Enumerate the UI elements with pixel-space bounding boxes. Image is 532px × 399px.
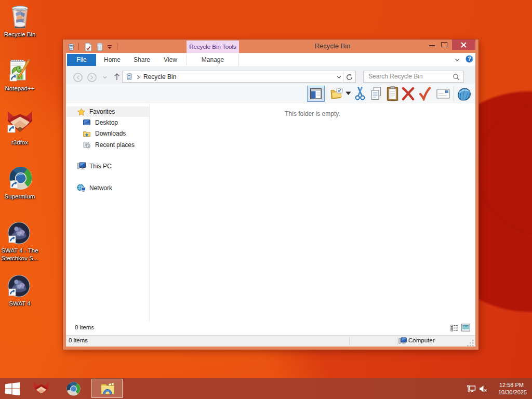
svg-text:?: ?: [468, 56, 471, 62]
